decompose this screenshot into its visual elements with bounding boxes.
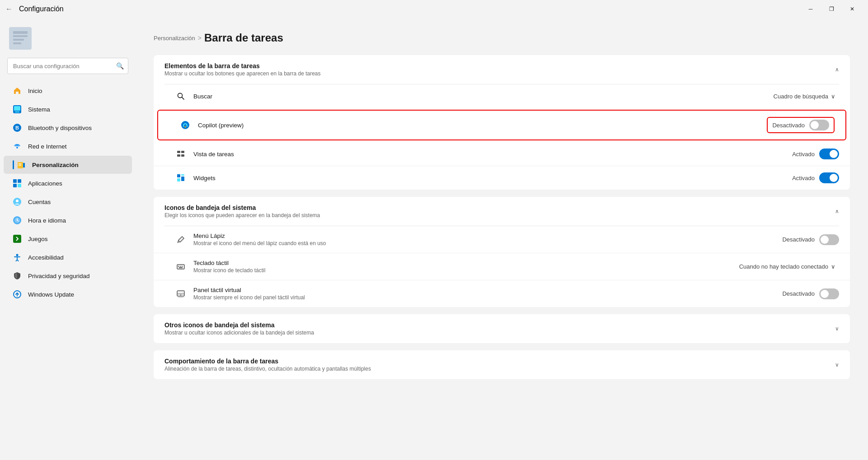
search-box[interactable]: 🔍 (7, 58, 128, 74)
setting-sublabel: Mostrar icono de teclado táctil (193, 267, 728, 274)
vista-tareas-control: Activado (792, 149, 839, 159)
svg-rect-46 (179, 267, 183, 268)
time-icon (13, 216, 22, 225)
svg-rect-2 (13, 39, 24, 41)
sidebar-item-label: Hora e idioma (28, 217, 66, 224)
widgets-control: Activado (792, 172, 839, 183)
status-label: Activado (792, 151, 815, 158)
other-tray-header[interactable]: Otros iconos de bandeja del sistema Most… (154, 314, 850, 343)
toggle-thumb (811, 121, 819, 129)
dropdown-label: Cuadro de búsqueda (774, 93, 828, 100)
taskbar-behavior-header[interactable]: Comportamiento de la barra de tareas Ali… (154, 350, 850, 379)
buscar-control: Cuadro de búsqueda ∨ (770, 91, 839, 102)
windows-update-icon (13, 290, 22, 299)
task-view-icon (175, 149, 186, 159)
page-title: Barra de tareas (204, 32, 283, 44)
taskbar-elements-section: Elementos de la barra de tareas Mostrar … (154, 55, 850, 190)
keyboard-dropdown[interactable]: Cuando no hay teclado conectado ∨ (736, 261, 839, 272)
section-header-text: Comportamiento de la barra de tareas Ali… (164, 358, 371, 372)
sidebar-item-privacidad[interactable]: Privacidad y seguridad (4, 267, 132, 285)
svg-point-30 (185, 126, 186, 128)
sidebar: 🔍 Inicio (0, 18, 136, 460)
sidebar-item-windows-update[interactable]: Windows Update (4, 285, 132, 303)
restore-button[interactable]: ❐ (821, 2, 842, 16)
widgets-icon (175, 172, 186, 183)
sidebar-item-personalizacion[interactable]: Personalización (4, 156, 132, 174)
svg-rect-13 (13, 179, 17, 183)
titlebar: ← Configuración ─ ❐ ✕ (0, 0, 868, 18)
setting-label-group: Widgets (193, 175, 785, 181)
setting-label-group: Teclado táctil Mostrar icono de teclado … (193, 260, 728, 274)
buscar-dropdown[interactable]: Cuadro de búsqueda ∨ (770, 91, 839, 102)
list-item: Vista de tareas Activado (154, 142, 850, 166)
keyboard-control: Cuando no hay teclado conectado ∨ (736, 261, 839, 272)
setting-label: Widgets (193, 175, 785, 181)
profile-section (0, 18, 136, 54)
vista-tareas-toggle[interactable] (819, 149, 839, 159)
svg-point-29 (181, 121, 189, 129)
sidebar-item-accesibilidad[interactable]: Accesibilidad (4, 248, 132, 266)
status-label: Activado (792, 175, 815, 181)
setting-sublabel: Mostrar el icono del menú del lápiz cuan… (193, 240, 775, 246)
svg-rect-44 (180, 266, 181, 267)
setting-label: Teclado táctil (193, 260, 728, 266)
breadcrumb-parent[interactable]: Personalización (154, 35, 195, 42)
system-tray-section: Iconos de bandeja del sistema Elegir los… (154, 197, 850, 307)
copilot-label-group: Copilot (preview) (198, 122, 760, 129)
system-tray-header[interactable]: Iconos de bandeja del sistema Elegir los… (154, 197, 850, 226)
sidebar-item-label: Privacidad y seguridad (28, 273, 90, 279)
list-item: Widgets Activado (154, 166, 850, 190)
svg-point-9 (16, 147, 18, 149)
section-subtitle: Elegir los iconos que pueden aparecer en… (164, 212, 320, 218)
chevron-down-icon: ∨ (835, 362, 839, 368)
toggle-thumb (830, 174, 838, 182)
svg-rect-23 (13, 235, 21, 243)
svg-rect-35 (177, 174, 180, 177)
setting-label: Panel táctil virtual (193, 287, 775, 293)
svg-rect-33 (177, 154, 180, 157)
section-subtitle: Mostrar u ocultar iconos adicionales de … (164, 330, 314, 336)
breadcrumb-separator: > (198, 34, 202, 42)
back-icon[interactable]: ← (5, 5, 13, 13)
pen-menu-control: Desactivado (782, 234, 839, 245)
titlebar-title: Configuración (19, 5, 64, 13)
apps-icon (13, 179, 22, 188)
touchpad-control: Desactivado (782, 288, 839, 299)
titlebar-left: ← Configuración (5, 5, 64, 13)
widgets-toggle[interactable] (819, 172, 839, 183)
titlebar-controls: ─ ❐ ✕ (800, 2, 863, 16)
list-item: Teclado táctil Mostrar icono de teclado … (154, 253, 850, 280)
list-item: Buscar Cuadro de búsqueda ∨ (154, 84, 850, 108)
sidebar-item-label: Windows Update (28, 291, 74, 298)
copilot-toggle[interactable] (809, 120, 829, 130)
setting-label-group: Menú Lápiz Mostrar el icono del menú del… (193, 232, 775, 246)
chevron-down-icon: ∨ (831, 93, 835, 100)
taskbar-elements-header[interactable]: Elementos de la barra de tareas Mostrar … (154, 55, 850, 84)
copilot-icon (180, 120, 191, 130)
sidebar-item-aplicaciones[interactable]: Aplicaciones (4, 174, 132, 192)
touchpad-toggle[interactable] (819, 288, 839, 299)
sidebar-item-cuentas[interactable]: Cuentas (4, 193, 132, 211)
keyboard-icon (175, 261, 186, 272)
chevron-up-icon: ∧ (835, 208, 839, 214)
svg-rect-6 (15, 112, 19, 112)
accessibility-icon (13, 253, 22, 262)
svg-rect-15 (13, 184, 17, 187)
sidebar-item-bluetooth[interactable]: B Bluetooth y dispositivos (4, 119, 132, 137)
sidebar-item-inicio[interactable]: Inicio (4, 82, 132, 100)
sidebar-item-red[interactable]: Red e Internet (4, 137, 132, 155)
sidebar-item-juegos[interactable]: Juegos (4, 230, 132, 248)
close-button[interactable]: ✕ (842, 2, 863, 16)
setting-label-group: Panel táctil virtual Mostrar siempre el … (193, 287, 775, 301)
active-indicator (13, 160, 14, 169)
pen-menu-toggle[interactable] (819, 234, 839, 245)
setting-sublabel: Mostrar siempre el icono del panel tácti… (193, 294, 775, 301)
sidebar-item-label: Aplicaciones (28, 180, 62, 187)
sidebar-item-hora[interactable]: Hora e idioma (4, 211, 132, 229)
search-input[interactable] (7, 58, 128, 74)
sidebar-item-sistema[interactable]: Sistema (4, 100, 132, 118)
section-title: Iconos de bandeja del sistema (164, 204, 320, 211)
touchpad-icon (175, 288, 186, 299)
minimize-button[interactable]: ─ (800, 2, 821, 16)
network-icon (13, 142, 22, 151)
